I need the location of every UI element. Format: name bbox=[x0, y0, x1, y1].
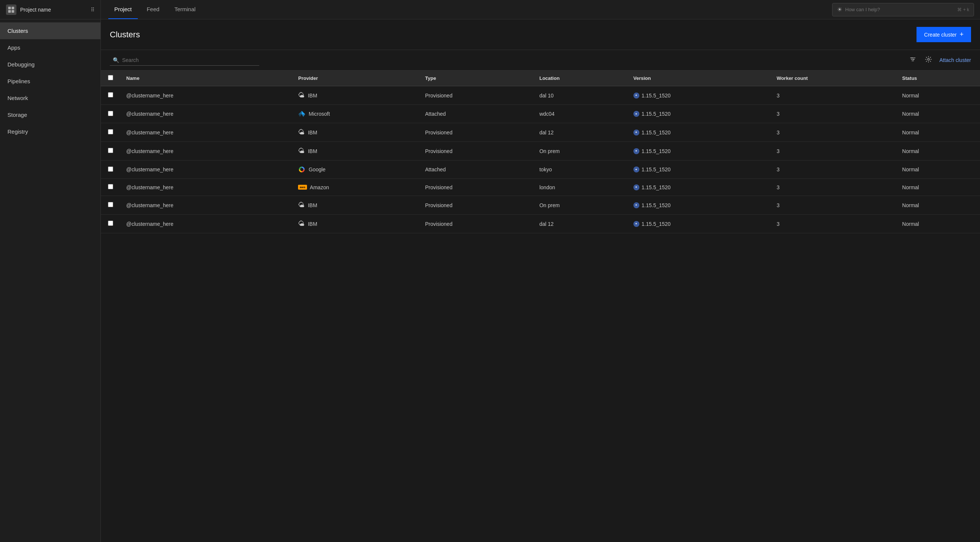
table-row: @clustername_here 🌤 IBM Provisioned On p… bbox=[101, 196, 980, 215]
sidebar-item-debugging[interactable]: Debugging bbox=[0, 56, 100, 73]
row-version: ✦ 1.15.5_1520 bbox=[627, 105, 771, 123]
search-icon: 🔍 bbox=[113, 57, 119, 63]
row-location: On prem bbox=[533, 142, 627, 161]
sidebar-item-apps[interactable]: Apps bbox=[0, 39, 100, 56]
row-checkbox[interactable] bbox=[108, 129, 113, 134]
row-location: dal 10 bbox=[533, 86, 627, 105]
version-badge: ✦ bbox=[633, 221, 640, 227]
row-provider: 🌤 IBM bbox=[292, 215, 419, 233]
svg-rect-0 bbox=[8, 7, 11, 10]
row-worker-count: 3 bbox=[770, 161, 896, 179]
version-badge: ✦ bbox=[633, 167, 640, 172]
col-header-version: Version bbox=[627, 70, 771, 86]
row-version: ✦ 1.15.5_1520 bbox=[627, 142, 771, 161]
row-type: Provisioned bbox=[419, 215, 533, 233]
svg-marker-10 bbox=[302, 111, 305, 114]
row-checkbox-cell bbox=[101, 179, 120, 196]
row-type: Provisioned bbox=[419, 142, 533, 161]
row-worker-count: 3 bbox=[770, 105, 896, 123]
sidebar-item-pipelines[interactable]: Pipelines bbox=[0, 73, 100, 90]
tab-terminal[interactable]: Terminal bbox=[169, 0, 202, 19]
row-version: ✦ 1.15.5_1520 bbox=[627, 196, 771, 215]
version-badge: ✦ bbox=[633, 148, 640, 154]
filter-icon-button[interactable] bbox=[908, 54, 918, 66]
search-input[interactable] bbox=[122, 57, 256, 63]
row-checkbox[interactable] bbox=[108, 221, 113, 226]
topbar-search-input[interactable] bbox=[845, 7, 954, 12]
row-checkbox-cell bbox=[101, 215, 120, 233]
row-name: @clustername_here bbox=[120, 105, 292, 123]
sidebar-item-registry[interactable]: Registry bbox=[0, 123, 100, 140]
row-type: Provisioned bbox=[419, 196, 533, 215]
create-cluster-button[interactable]: Create cluster + bbox=[916, 27, 971, 42]
table-row: @clustername_here 🌤 IBM Provisioned dal … bbox=[101, 123, 980, 142]
table-row: @clustername_here 🌤 IBM Provisioned dal … bbox=[101, 86, 980, 105]
row-checkbox-cell bbox=[101, 105, 120, 123]
select-all-checkbox[interactable] bbox=[108, 75, 113, 80]
row-type: Attached bbox=[419, 161, 533, 179]
clusters-table: Name Provider Type Location Version Work… bbox=[101, 70, 980, 233]
sidebar: Clusters Apps Debugging Pipelines Networ… bbox=[0, 19, 101, 542]
google-icon bbox=[298, 166, 305, 173]
svg-point-8 bbox=[913, 59, 914, 60]
svg-point-9 bbox=[928, 59, 929, 60]
row-worker-count: 3 bbox=[770, 123, 896, 142]
row-provider: 🌤 IBM bbox=[292, 123, 419, 142]
col-header-type: Type bbox=[419, 70, 533, 86]
row-worker-count: 3 bbox=[770, 196, 896, 215]
row-name: @clustername_here bbox=[120, 123, 292, 142]
row-version: ✦ 1.15.5_1520 bbox=[627, 215, 771, 233]
svg-marker-11 bbox=[302, 114, 305, 117]
tab-project[interactable]: Project bbox=[108, 0, 138, 19]
row-version: ✦ 1.15.5_1520 bbox=[627, 179, 771, 196]
row-status: Normal bbox=[896, 179, 980, 196]
version-badge: ✦ bbox=[633, 92, 640, 99]
col-header-worker-count: Worker count bbox=[770, 70, 896, 86]
attach-cluster-link[interactable]: Attach cluster bbox=[939, 57, 971, 63]
table-row: @clustername_here 🌤 IBM Provisioned dal … bbox=[101, 215, 980, 233]
row-provider: aws Amazon bbox=[292, 179, 419, 196]
plus-icon: + bbox=[959, 30, 964, 38]
table-row: @clustername_here Google Attached tokyo … bbox=[101, 161, 980, 179]
grid-icon[interactable]: ⠿ bbox=[91, 7, 94, 13]
row-checkbox[interactable] bbox=[108, 184, 113, 189]
row-checkbox-cell bbox=[101, 196, 120, 215]
main-layout: Clusters Apps Debugging Pipelines Networ… bbox=[0, 19, 980, 542]
row-status: Normal bbox=[896, 86, 980, 105]
row-checkbox-cell bbox=[101, 86, 120, 105]
row-checkbox-cell bbox=[101, 123, 120, 142]
row-status: Normal bbox=[896, 196, 980, 215]
content-header: Clusters Create cluster + bbox=[101, 19, 980, 50]
sidebar-item-storage[interactable]: Storage bbox=[0, 106, 100, 123]
row-version: ✦ 1.15.5_1520 bbox=[627, 86, 771, 105]
col-header-location: Location bbox=[533, 70, 627, 86]
row-location: tokyo bbox=[533, 161, 627, 179]
row-checkbox[interactable] bbox=[108, 202, 113, 207]
version-badge: ✦ bbox=[633, 184, 640, 191]
row-location: On prem bbox=[533, 196, 627, 215]
project-name: Project name bbox=[20, 7, 87, 13]
page-title: Clusters bbox=[110, 30, 916, 40]
sidebar-item-clusters[interactable]: Clusters bbox=[0, 22, 100, 39]
table-body: @clustername_here 🌤 IBM Provisioned dal … bbox=[101, 86, 980, 233]
col-header-provider: Provider bbox=[292, 70, 419, 86]
col-header-name: Name bbox=[120, 70, 292, 86]
row-checkbox[interactable] bbox=[108, 167, 113, 172]
row-type: Provisioned bbox=[419, 123, 533, 142]
toolbar-row: 🔍 bbox=[101, 50, 980, 70]
row-provider: Google bbox=[292, 161, 419, 179]
clusters-table-container: Name Provider Type Location Version Work… bbox=[101, 70, 980, 542]
row-checkbox[interactable] bbox=[108, 111, 113, 116]
settings-icon-button[interactable] bbox=[924, 54, 933, 66]
row-status: Normal bbox=[896, 105, 980, 123]
sidebar-item-network[interactable]: Network bbox=[0, 90, 100, 106]
row-checkbox[interactable] bbox=[108, 92, 113, 97]
row-location: wdc04 bbox=[533, 105, 627, 123]
tab-feed[interactable]: Feed bbox=[141, 0, 165, 19]
row-status: Normal bbox=[896, 123, 980, 142]
row-version: ✦ 1.15.5_1520 bbox=[627, 161, 771, 179]
svg-marker-12 bbox=[298, 111, 302, 114]
topbar: Project name ⠿ Project Feed Terminal ☀ ⌘… bbox=[0, 0, 980, 19]
row-name: @clustername_here bbox=[120, 161, 292, 179]
row-checkbox[interactable] bbox=[108, 148, 113, 153]
